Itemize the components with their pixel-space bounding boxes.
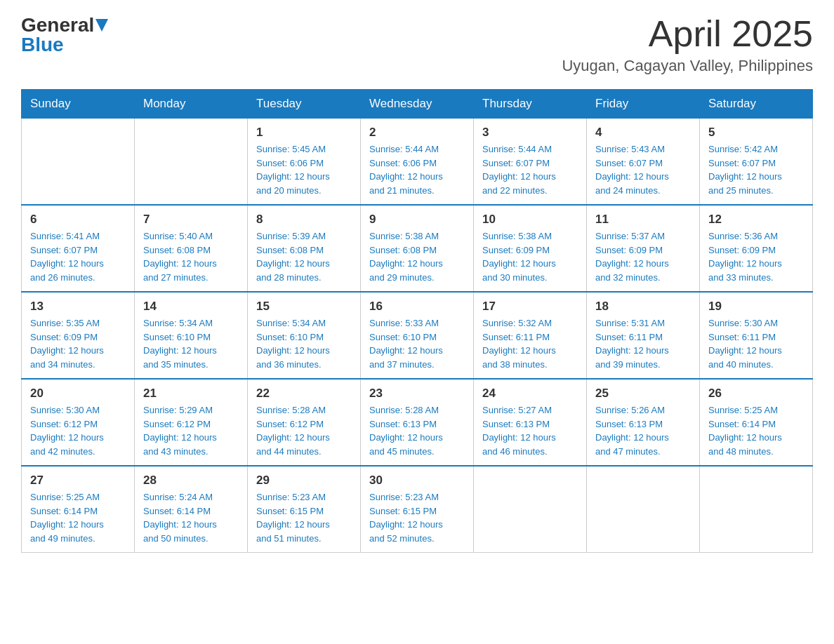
day-number: 17 xyxy=(482,300,578,314)
calendar-header-wednesday: Wednesday xyxy=(361,90,474,119)
title-section: April 2025 Uyugan, Cagayan Valley, Phili… xyxy=(562,14,813,75)
calendar-cell xyxy=(700,466,813,553)
day-info: Sunrise: 5:33 AM Sunset: 6:10 PM Dayligh… xyxy=(369,316,465,371)
calendar-header-row: SundayMondayTuesdayWednesdayThursdayFrid… xyxy=(22,90,813,119)
day-info: Sunrise: 5:31 AM Sunset: 6:11 PM Dayligh… xyxy=(595,316,691,371)
calendar-cell: 20Sunrise: 5:30 AM Sunset: 6:12 PM Dayli… xyxy=(22,379,135,466)
calendar-table: SundayMondayTuesdayWednesdayThursdayFrid… xyxy=(21,89,813,553)
day-number: 19 xyxy=(708,300,804,314)
calendar-cell: 22Sunrise: 5:28 AM Sunset: 6:12 PM Dayli… xyxy=(248,379,361,466)
calendar-week-row: 13Sunrise: 5:35 AM Sunset: 6:09 PM Dayli… xyxy=(22,292,813,379)
day-info: Sunrise: 5:36 AM Sunset: 6:09 PM Dayligh… xyxy=(708,229,804,284)
day-number: 25 xyxy=(595,387,691,401)
day-number: 12 xyxy=(708,213,804,227)
calendar-header-monday: Monday xyxy=(135,90,248,119)
calendar-cell: 17Sunrise: 5:32 AM Sunset: 6:11 PM Dayli… xyxy=(474,292,587,379)
calendar-week-row: 6Sunrise: 5:41 AM Sunset: 6:07 PM Daylig… xyxy=(22,205,813,292)
day-number: 2 xyxy=(369,126,465,140)
day-info: Sunrise: 5:43 AM Sunset: 6:07 PM Dayligh… xyxy=(595,142,691,197)
day-info: Sunrise: 5:44 AM Sunset: 6:07 PM Dayligh… xyxy=(482,142,578,197)
day-number: 10 xyxy=(482,213,578,227)
calendar-cell: 18Sunrise: 5:31 AM Sunset: 6:11 PM Dayli… xyxy=(587,292,700,379)
day-number: 5 xyxy=(708,126,804,140)
day-number: 9 xyxy=(369,213,465,227)
calendar-cell: 19Sunrise: 5:30 AM Sunset: 6:11 PM Dayli… xyxy=(700,292,813,379)
calendar-cell: 26Sunrise: 5:25 AM Sunset: 6:14 PM Dayli… xyxy=(700,379,813,466)
calendar-cell: 15Sunrise: 5:34 AM Sunset: 6:10 PM Dayli… xyxy=(248,292,361,379)
calendar-header-friday: Friday xyxy=(587,90,700,119)
day-info: Sunrise: 5:37 AM Sunset: 6:09 PM Dayligh… xyxy=(595,229,691,284)
calendar-cell: 30Sunrise: 5:23 AM Sunset: 6:15 PM Dayli… xyxy=(361,466,474,553)
day-number: 3 xyxy=(482,126,578,140)
logo-blue-text: Blue xyxy=(21,34,108,56)
day-number: 13 xyxy=(30,300,126,314)
day-number: 20 xyxy=(30,387,126,401)
calendar-cell: 12Sunrise: 5:36 AM Sunset: 6:09 PM Dayli… xyxy=(700,205,813,292)
day-info: Sunrise: 5:35 AM Sunset: 6:09 PM Dayligh… xyxy=(30,316,126,371)
day-info: Sunrise: 5:32 AM Sunset: 6:11 PM Dayligh… xyxy=(482,316,578,371)
logo: General Blue xyxy=(21,14,108,56)
day-number: 7 xyxy=(143,213,239,227)
calendar-cell: 10Sunrise: 5:38 AM Sunset: 6:09 PM Dayli… xyxy=(474,205,587,292)
calendar-header-thursday: Thursday xyxy=(474,90,587,119)
day-number: 22 xyxy=(256,387,352,401)
svg-marker-0 xyxy=(95,19,108,32)
day-info: Sunrise: 5:25 AM Sunset: 6:14 PM Dayligh… xyxy=(30,490,126,545)
day-number: 26 xyxy=(708,387,804,401)
location-subtitle: Uyugan, Cagayan Valley, Philippines xyxy=(562,57,813,75)
day-number: 16 xyxy=(369,300,465,314)
calendar-week-row: 1Sunrise: 5:45 AM Sunset: 6:06 PM Daylig… xyxy=(22,119,813,206)
logo-triangle-icon xyxy=(95,19,108,32)
day-number: 30 xyxy=(369,474,465,488)
calendar-cell: 5Sunrise: 5:42 AM Sunset: 6:07 PM Daylig… xyxy=(700,119,813,206)
day-number: 18 xyxy=(595,300,691,314)
day-info: Sunrise: 5:25 AM Sunset: 6:14 PM Dayligh… xyxy=(708,403,804,458)
page-header: General Blue April 2025 Uyugan, Cagayan … xyxy=(21,14,813,75)
calendar-cell: 2Sunrise: 5:44 AM Sunset: 6:06 PM Daylig… xyxy=(361,119,474,206)
calendar-cell: 24Sunrise: 5:27 AM Sunset: 6:13 PM Dayli… xyxy=(474,379,587,466)
day-info: Sunrise: 5:30 AM Sunset: 6:12 PM Dayligh… xyxy=(30,403,126,458)
day-number: 27 xyxy=(30,474,126,488)
day-info: Sunrise: 5:40 AM Sunset: 6:08 PM Dayligh… xyxy=(143,229,239,284)
day-info: Sunrise: 5:28 AM Sunset: 6:12 PM Dayligh… xyxy=(256,403,352,458)
day-info: Sunrise: 5:41 AM Sunset: 6:07 PM Dayligh… xyxy=(30,229,126,284)
calendar-cell: 13Sunrise: 5:35 AM Sunset: 6:09 PM Dayli… xyxy=(22,292,135,379)
calendar-cell: 4Sunrise: 5:43 AM Sunset: 6:07 PM Daylig… xyxy=(587,119,700,206)
calendar-cell: 1Sunrise: 5:45 AM Sunset: 6:06 PM Daylig… xyxy=(248,119,361,206)
calendar-cell: 8Sunrise: 5:39 AM Sunset: 6:08 PM Daylig… xyxy=(248,205,361,292)
calendar-cell: 14Sunrise: 5:34 AM Sunset: 6:10 PM Dayli… xyxy=(135,292,248,379)
calendar-cell: 23Sunrise: 5:28 AM Sunset: 6:13 PM Dayli… xyxy=(361,379,474,466)
calendar-header-sunday: Sunday xyxy=(22,90,135,119)
day-info: Sunrise: 5:42 AM Sunset: 6:07 PM Dayligh… xyxy=(708,142,804,197)
day-info: Sunrise: 5:38 AM Sunset: 6:09 PM Dayligh… xyxy=(482,229,578,284)
calendar-cell: 21Sunrise: 5:29 AM Sunset: 6:12 PM Dayli… xyxy=(135,379,248,466)
calendar-cell xyxy=(22,119,135,206)
calendar-cell: 16Sunrise: 5:33 AM Sunset: 6:10 PM Dayli… xyxy=(361,292,474,379)
day-number: 21 xyxy=(143,387,239,401)
day-number: 23 xyxy=(369,387,465,401)
day-info: Sunrise: 5:30 AM Sunset: 6:11 PM Dayligh… xyxy=(708,316,804,371)
day-info: Sunrise: 5:28 AM Sunset: 6:13 PM Dayligh… xyxy=(369,403,465,458)
day-info: Sunrise: 5:27 AM Sunset: 6:13 PM Dayligh… xyxy=(482,403,578,458)
calendar-header-tuesday: Tuesday xyxy=(248,90,361,119)
month-year-title: April 2025 xyxy=(562,14,813,54)
calendar-cell: 28Sunrise: 5:24 AM Sunset: 6:14 PM Dayli… xyxy=(135,466,248,553)
calendar-cell xyxy=(135,119,248,206)
day-number: 4 xyxy=(595,126,691,140)
day-info: Sunrise: 5:34 AM Sunset: 6:10 PM Dayligh… xyxy=(143,316,239,371)
day-number: 11 xyxy=(595,213,691,227)
calendar-cell xyxy=(587,466,700,553)
day-number: 14 xyxy=(143,300,239,314)
day-info: Sunrise: 5:23 AM Sunset: 6:15 PM Dayligh… xyxy=(369,490,465,545)
calendar-cell: 11Sunrise: 5:37 AM Sunset: 6:09 PM Dayli… xyxy=(587,205,700,292)
day-number: 24 xyxy=(482,387,578,401)
calendar-cell: 9Sunrise: 5:38 AM Sunset: 6:08 PM Daylig… xyxy=(361,205,474,292)
calendar-cell: 7Sunrise: 5:40 AM Sunset: 6:08 PM Daylig… xyxy=(135,205,248,292)
calendar-cell xyxy=(474,466,587,553)
day-info: Sunrise: 5:24 AM Sunset: 6:14 PM Dayligh… xyxy=(143,490,239,545)
day-number: 1 xyxy=(256,126,352,140)
calendar-header-saturday: Saturday xyxy=(700,90,813,119)
day-info: Sunrise: 5:26 AM Sunset: 6:13 PM Dayligh… xyxy=(595,403,691,458)
day-info: Sunrise: 5:45 AM Sunset: 6:06 PM Dayligh… xyxy=(256,142,352,197)
day-number: 15 xyxy=(256,300,352,314)
